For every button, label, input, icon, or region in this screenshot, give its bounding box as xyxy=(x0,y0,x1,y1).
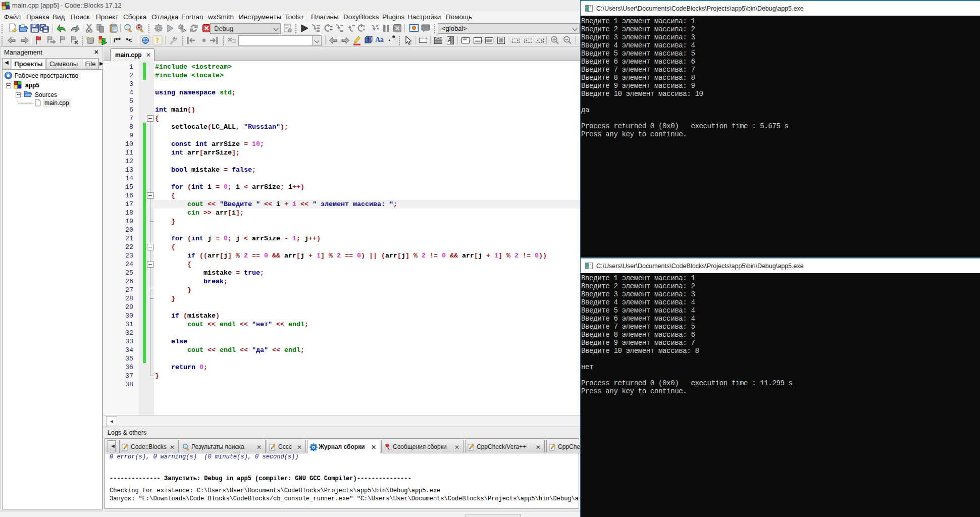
svg-text:R: R xyxy=(137,25,141,30)
svg-text:?: ? xyxy=(156,37,159,44)
